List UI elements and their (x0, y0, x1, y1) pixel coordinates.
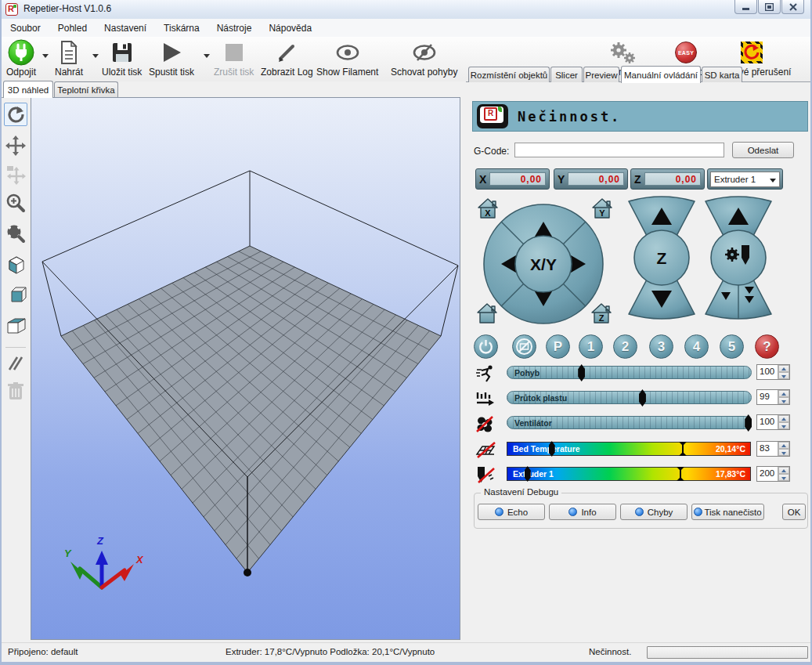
spin-up-button[interactable] (778, 365, 789, 372)
preset-5-button[interactable]: 5 (720, 334, 744, 359)
tab-object-placement[interactable]: Rozmístění objektů (468, 67, 550, 82)
front-view-button[interactable] (4, 284, 27, 308)
tab-preview[interactable]: Preview (583, 67, 619, 82)
strip-divider (5, 347, 26, 348)
spin-up-button[interactable] (778, 415, 789, 422)
debug-errors-button[interactable]: Chyby (620, 504, 687, 520)
z-position-value: 0,00 (644, 172, 701, 186)
debug-dry-run-button[interactable]: Tisk nanečisto (691, 504, 764, 520)
isometric-view-button[interactable] (4, 253, 27, 276)
fan-slider[interactable]: Ventilátor (507, 416, 752, 429)
gcode-input[interactable] (514, 143, 724, 157)
tab-slicer[interactable]: Slicer (550, 67, 583, 82)
disconnect-button[interactable]: Odpojit (6, 39, 36, 78)
maximize-button[interactable] (758, 0, 781, 14)
3d-viewport[interactable]: Y Z X (31, 97, 460, 640)
tab-manual-control[interactable]: Manuální ovládání (621, 66, 701, 83)
zoom-fit-button[interactable] (4, 222, 27, 245)
start-print-dropdown-arrow[interactable] (204, 54, 210, 58)
flow-numbox[interactable]: 99 (756, 389, 790, 405)
minimize-button[interactable] (734, 0, 757, 14)
spin-up-button[interactable] (778, 467, 789, 474)
spin-down-button[interactable] (778, 372, 789, 379)
home-y-button[interactable]: Y (593, 199, 612, 218)
spin-down-button[interactable] (778, 397, 789, 404)
preset-3-button[interactable]: 3 (649, 334, 673, 359)
zoom-in-button[interactable] (4, 191, 27, 215)
help-button[interactable]: ? (755, 334, 779, 359)
flow-slider[interactable]: Průtok plastu (507, 391, 752, 404)
parallel-projection-icon (6, 354, 25, 373)
fan-slider-thumb[interactable] (745, 414, 752, 432)
left-tab-strip: 3D náhled Teplotní křivka (2, 81, 460, 97)
eye-icon (334, 42, 361, 63)
hide-moves-button[interactable]: Schovat pohyby (391, 39, 457, 78)
speed-slider[interactable]: Pohyb (507, 366, 752, 379)
extruder-target-marker[interactable] (680, 468, 681, 480)
bed-heat-off-icon (475, 440, 496, 459)
extruder-temperature-bar[interactable]: Extruder 1 17,83°C (507, 467, 751, 481)
send-gcode-button[interactable]: Odeslat (732, 142, 794, 158)
parallel-projection-button[interactable] (4, 352, 27, 375)
close-icon (789, 3, 797, 11)
tab-sd-card[interactable]: SD karta (702, 67, 742, 82)
park-button[interactable]: P (546, 334, 570, 359)
home-all-button[interactable] (478, 304, 496, 323)
menu-nastroje[interactable]: Nástroje (208, 20, 261, 36)
spin-up-button[interactable] (778, 442, 789, 449)
home-z-button[interactable]: Z (592, 304, 611, 323)
menu-napoveda[interactable]: Nápověda (260, 20, 320, 36)
rotate-view-button[interactable] (4, 103, 27, 126)
menu-tiskarna[interactable]: Tiskárna (155, 20, 208, 36)
z-jog-pad[interactable]: Z (629, 197, 695, 319)
bed-target-marker[interactable] (682, 443, 684, 455)
motors-off-button[interactable] (512, 334, 536, 359)
preset-4-button[interactable]: 4 (684, 334, 709, 359)
load-dropdown-arrow[interactable] (92, 54, 99, 58)
trash-icon (6, 381, 25, 401)
view-tool-strip (2, 97, 31, 641)
bed-temperature-bar[interactable]: Bed Temperature 20,14°C (507, 442, 751, 456)
show-filament-button[interactable]: Show Filament (316, 39, 378, 78)
isometric-view-icon (5, 254, 27, 276)
move-view-button[interactable] (4, 134, 27, 157)
spin-up-button[interactable] (778, 390, 789, 397)
minimize-icon (742, 3, 750, 10)
menu-nastaveni[interactable]: Nastavení (96, 20, 155, 36)
speed-slider-thumb[interactable] (578, 364, 585, 381)
load-button[interactable]: Nahrát (55, 39, 83, 78)
debug-echo-button[interactable]: Echo (478, 504, 545, 520)
home-x-button[interactable]: X (478, 199, 497, 218)
start-print-button[interactable]: Spustit tisk (149, 39, 194, 78)
tab-temperature-curve[interactable]: Teplotní křivka (54, 81, 118, 97)
power-button[interactable] (474, 334, 498, 359)
save-print-button[interactable]: Uložit tisk (102, 39, 142, 78)
extruder-temp-numbox[interactable]: 200 (756, 466, 790, 482)
bed-temp-numbox[interactable]: 83 (756, 441, 790, 457)
maximize-icon (765, 3, 774, 11)
xy-jog-pad[interactable]: X/Y (484, 204, 603, 323)
spin-down-button[interactable] (778, 474, 789, 481)
show-log-button[interactable]: Zobrazit Log (261, 39, 313, 78)
preset-1-button[interactable]: 1 (579, 334, 603, 359)
delete-object-button (4, 379, 27, 403)
fan-numbox[interactable]: 100 (756, 414, 790, 430)
menu-pohled[interactable]: Pohled (49, 20, 96, 36)
tab-3d-view[interactable]: 3D náhled (3, 81, 53, 98)
menu-soubor[interactable]: Soubor (2, 20, 49, 36)
extruder-jog-pad[interactable] (706, 197, 771, 319)
spin-down-button[interactable] (778, 449, 789, 456)
preset-2-button[interactable]: 2 (613, 334, 637, 359)
spin-down-button[interactable] (778, 422, 789, 429)
extruder-select[interactable]: Extruder 1 (710, 172, 780, 187)
debug-info-button[interactable]: Info (549, 504, 616, 520)
top-view-button[interactable] (4, 314, 27, 338)
top-view-icon (5, 315, 27, 337)
close-button[interactable] (781, 0, 804, 14)
flow-slider-thumb[interactable] (639, 389, 646, 407)
speed-numbox[interactable]: 100 (756, 364, 790, 380)
window-title: Repetier-Host V1.0.6 (23, 3, 111, 14)
zoom-in-icon (5, 193, 26, 213)
connect-dropdown-arrow[interactable] (42, 54, 49, 58)
debug-ok-button[interactable]: OK (782, 504, 806, 520)
